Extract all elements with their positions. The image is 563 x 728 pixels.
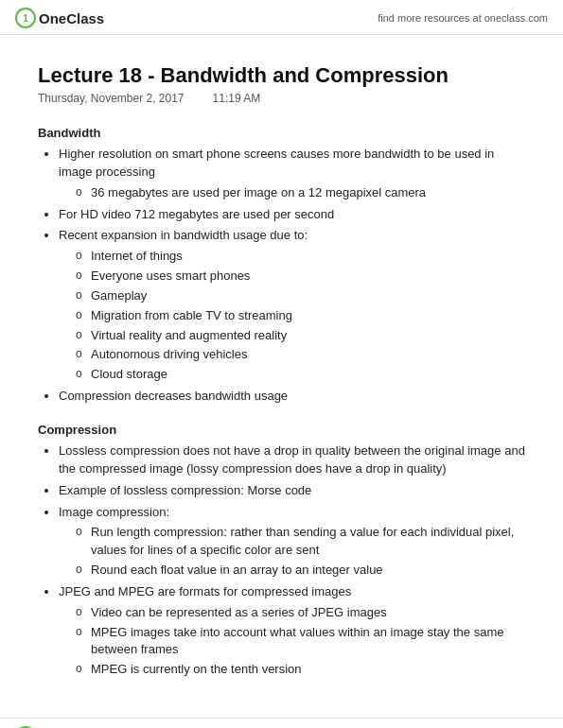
list-item: Gameplay (76, 287, 525, 305)
list-item: 36 megabytes are used per image on a 12 … (76, 184, 525, 202)
sub-list: 36 megabytes are used per image on a 12 … (59, 184, 525, 202)
list-item: Cloud storage (76, 366, 525, 384)
list-item: Image compression: Run length compressio… (59, 504, 525, 580)
header-logo: 1 OneClass (15, 8, 104, 28)
list-item: Virtual reality and augmented reality (76, 327, 525, 345)
item-text: Example of lossless compression: Morse c… (59, 483, 311, 497)
main-content: Lecture 18 - Bandwidth and Compression T… (0, 35, 563, 728)
item-text: Cloud storage (91, 367, 167, 381)
list-item: Video can be represented as a series of … (76, 604, 525, 622)
list-item: Higher resolution on smart phone screens… (59, 146, 525, 202)
section-heading-compression: Compression (38, 423, 525, 437)
list-item: Everyone uses smart phones (76, 268, 525, 286)
list-item: MPEG images take into account what value… (76, 624, 525, 660)
item-text: MPEG images take into account what value… (91, 625, 503, 657)
list-item: Migration from cable TV to streaming (76, 307, 525, 325)
list-item: Internet of things (76, 248, 525, 266)
list-item: Recent expansion in bandwidth usage due … (59, 227, 525, 384)
list-item: Run length compression: rather than send… (76, 524, 525, 560)
item-text: Higher resolution on smart phone screens… (59, 147, 494, 179)
item-text: Autonomous driving vehicles (91, 347, 247, 361)
item-text: JPEG and MPEG are formats for compressed… (59, 584, 351, 598)
item-text: Image compression: (59, 505, 169, 519)
list-item: Example of lossless compression: Morse c… (59, 482, 525, 500)
item-text: Virtual reality and augmented reality (91, 328, 287, 342)
sub-list: Internet of things Everyone uses smart p… (59, 248, 525, 384)
list-item: MPEG is currently on the tenth version (76, 661, 525, 679)
section-compression: Compression Lossless compression does no… (38, 423, 525, 679)
item-text: Internet of things (91, 249, 183, 263)
item-text: Migration from cable TV to streaming (91, 308, 292, 322)
list-item: Lossless compression does not have a dro… (59, 442, 525, 478)
compression-list: Lossless compression does not have a dro… (38, 442, 525, 679)
header-bar: 1 OneClass find more resources at onecla… (0, 0, 563, 35)
list-item: Round each float value in an array to an… (76, 562, 525, 580)
date-text: Thursday, November 2, 2017 (38, 92, 185, 105)
bandwidth-list: Higher resolution on smart phone screens… (38, 146, 525, 406)
item-text: Round each float value in an array to an… (91, 563, 383, 577)
item-text: For HD video 712 megabytes are used per … (59, 207, 334, 221)
section-bandwidth: Bandwidth Higher resolution on smart pho… (38, 126, 525, 406)
item-text: Lossless compression does not have a dro… (59, 443, 525, 476)
sub-list: Video can be represented as a series of … (59, 604, 525, 679)
footer-bar: 1 OneClass find more resources at onecla… (0, 718, 563, 728)
item-text: Video can be represented as a series of … (91, 605, 387, 619)
page-date: Thursday, November 2, 2017 11:19 AM (38, 92, 525, 105)
page-title: Lecture 18 - Bandwidth and Compression (38, 63, 525, 88)
item-text: 36 megabytes are used per image on a 12 … (91, 185, 426, 199)
item-text: Run length compression: rather than send… (91, 525, 514, 557)
list-item: Compression decreases bandwidth usage (59, 388, 525, 406)
header-logo-text: OneClass (39, 10, 104, 26)
item-text: Gameplay (91, 288, 147, 303)
item-text: Compression decreases bandwidth usage (59, 389, 288, 403)
oneclass-logo-icon: 1 (15, 8, 36, 28)
list-item: Autonomous driving vehicles (76, 346, 525, 364)
list-item: For HD video 712 megabytes are used per … (59, 206, 525, 224)
item-text: MPEG is currently on the tenth version (91, 662, 302, 676)
header-tagline: find more resources at oneclass.com (378, 12, 548, 24)
svg-text:1: 1 (23, 13, 28, 24)
item-text: Recent expansion in bandwidth usage due … (59, 228, 308, 242)
item-text: Everyone uses smart phones (91, 269, 250, 283)
time-text: 11:19 AM (213, 92, 261, 105)
list-item: JPEG and MPEG are formats for compressed… (59, 583, 525, 679)
sub-list: Run length compression: rather than send… (59, 524, 525, 580)
section-heading-bandwidth: Bandwidth (38, 126, 525, 140)
